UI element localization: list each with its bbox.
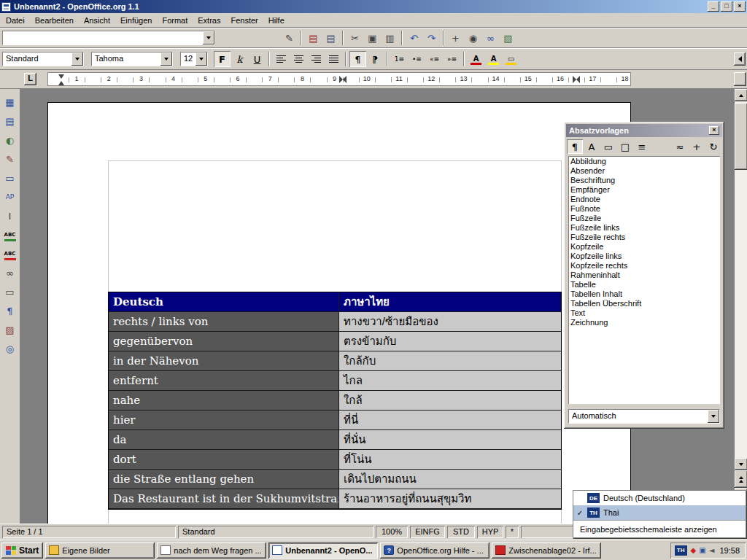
style-item[interactable]: Text <box>568 308 720 318</box>
insert-frame-icon[interactable]: ▭ <box>1 283 19 300</box>
scrollbar-thumb[interactable] <box>735 103 747 170</box>
stylist-titlebar[interactable]: Absatzvorlagen × <box>566 124 722 137</box>
status-zoom[interactable]: 100% <box>376 526 408 538</box>
insert-objects-icon[interactable]: ◐ <box>1 131 19 149</box>
nonprinting-characters-icon[interactable]: ¶ <box>1 302 19 319</box>
style-item[interactable]: Abbildung <box>568 157 720 166</box>
toolbar-scroll-left-button[interactable] <box>734 52 746 66</box>
taskbar-task[interactable]: Zwischenablage02 - Irf... <box>492 542 601 559</box>
style-item[interactable]: Tabellen Überschrift <box>568 299 720 308</box>
table-cell-thai[interactable]: ร้านอาหารอยู่ที่ถนนสุขุมวิท <box>339 489 561 509</box>
style-item[interactable]: Tabelle <box>568 280 720 289</box>
autotext-icon[interactable]: AP <box>1 188 19 206</box>
paragraph-styles-icon[interactable]: ¶ <box>567 139 583 154</box>
font-dropdown-button[interactable] <box>160 52 172 66</box>
style-dropdown-button[interactable] <box>71 52 83 66</box>
navigator-icon[interactable]: + <box>447 30 464 46</box>
status-selection-mode[interactable]: STD <box>447 526 475 538</box>
style-item[interactable]: Fußzeile links <box>568 223 720 233</box>
insert-icon[interactable]: ▦ <box>1 93 19 111</box>
gallery-icon[interactable]: ▧ <box>500 30 516 46</box>
table-cell-thai[interactable]: ที่โน่น <box>339 450 561 470</box>
style-item[interactable]: Fußzeile <box>568 214 720 223</box>
table-cell-thai[interactable]: เดินไปตามถนน <box>339 470 561 489</box>
print-file-icon[interactable]: ▤ <box>322 30 339 46</box>
underline-button[interactable]: U <box>249 51 266 67</box>
menu-einfgen[interactable]: Einfügen <box>115 14 157 27</box>
font-color-button[interactable]: A <box>468 51 484 67</box>
language-item-de[interactable]: DEDeutsch (Deutschland) <box>573 491 746 505</box>
table-cell-thai[interactable]: ไกล <box>339 371 561 391</box>
table-cell-thai[interactable]: ใกล้ <box>339 391 561 411</box>
style-item[interactable]: Empfänger <box>568 185 720 195</box>
font-name-combo[interactable]: Tahoma <box>91 52 173 66</box>
style-item[interactable]: Kopfzeile rechts <box>568 261 720 271</box>
copy-icon[interactable]: ▣ <box>364 30 381 46</box>
table-cell-thai[interactable]: ที่นี่ <box>339 411 561 430</box>
increase-indent-button[interactable]: »≡ <box>444 51 460 67</box>
table-cell-german[interactable]: die Straße entlang gehen <box>109 470 339 489</box>
style-item[interactable]: Rahmeninhalt <box>568 271 720 280</box>
table-cell-german[interactable]: hier <box>109 411 339 430</box>
first-line-indent-marker[interactable] <box>58 74 64 79</box>
language-menu-footer-item[interactable]: Eingabegebietsschemaleiste anzeigen <box>573 520 746 537</box>
table-cell-german[interactable]: rechts / links von <box>109 312 339 332</box>
style-item[interactable]: Tabellen Inhalt <box>568 289 720 299</box>
style-item[interactable]: Absender <box>568 166 720 176</box>
tray-icon-blue[interactable]: ▣ <box>699 547 705 554</box>
online-layout-icon[interactable]: ◎ <box>1 340 19 357</box>
size-dropdown-button[interactable] <box>196 52 207 66</box>
table-column-marker[interactable] <box>339 74 347 85</box>
horizontal-ruler[interactable]: 123456789101112131415161718 <box>40 72 733 86</box>
start-button[interactable]: Start <box>1 542 43 559</box>
document-table[interactable]: Deutschภาษาไทยrechts / links vonทางขวา/ซ… <box>108 292 562 510</box>
stylist-style-list[interactable]: AbbildungAbsenderBeschriftungEmpfängerEn… <box>568 156 720 404</box>
url-dropdown-button[interactable] <box>203 31 214 44</box>
vertical-scrollbar[interactable] <box>734 89 747 524</box>
status-page[interactable]: Seite 1 / 1 <box>2 526 176 538</box>
taskbar-task[interactable]: Unbenannt2 - OpenO... <box>268 542 378 559</box>
frame-styles-icon[interactable]: ▭ <box>600 139 616 154</box>
text-direction-rtl-button[interactable]: ¶ <box>367 51 384 67</box>
taskbar-task[interactable]: ?OpenOffice.org Hilfe - ... <box>380 542 489 559</box>
cut-icon[interactable]: ✂ <box>347 30 363 46</box>
table-cell-thai[interactable]: ใกล้กับ <box>339 351 561 371</box>
table-header-german[interactable]: Deutsch <box>109 292 339 312</box>
graphics-on-off-icon[interactable]: ▨ <box>1 321 19 338</box>
table-cell-german[interactable]: gegenübervon <box>109 332 339 351</box>
left-indent-marker[interactable] <box>58 81 64 85</box>
taskbar-task[interactable]: Eigene Bilder <box>45 542 155 559</box>
url-input[interactable] <box>3 31 203 44</box>
minimize-button[interactable]: _ <box>708 1 719 12</box>
align-right-button[interactable] <box>308 51 325 67</box>
table-right-marker[interactable] <box>573 74 580 85</box>
table-header-thai[interactable]: ภาษาไทย <box>339 292 561 312</box>
spellcheck-icon[interactable]: ABC <box>1 226 19 244</box>
table-cell-german[interactable]: entfernt <box>109 371 339 391</box>
paste-icon[interactable]: ▥ <box>382 30 398 46</box>
edit-file-icon[interactable]: ✎ <box>281 30 298 46</box>
show-draw-functions-icon[interactable]: ✎ <box>1 150 19 168</box>
bold-button[interactable]: F <box>214 51 231 67</box>
insert-fields-icon[interactable]: ▤ <box>1 112 19 130</box>
table-cell-german[interactable]: nahe <box>109 391 339 411</box>
justify-button[interactable] <box>325 51 342 67</box>
character-styles-icon[interactable]: A <box>584 139 600 154</box>
decrease-indent-button[interactable]: «≡ <box>426 51 443 67</box>
tray-language-indicator[interactable]: TH <box>675 545 687 556</box>
style-item[interactable]: Beschriftung <box>568 176 720 185</box>
close-button[interactable]: × <box>734 1 746 12</box>
url-combo[interactable] <box>2 31 215 45</box>
autospellcheck-icon[interactable]: ABC <box>1 245 19 262</box>
numbering-styles-icon[interactable]: ≡ <box>634 139 650 154</box>
align-center-button[interactable] <box>290 51 307 67</box>
table-cell-german[interactable]: Das Restaurant ist in der Sukhumvitstraß… <box>109 489 339 509</box>
menu-datei[interactable]: Datei <box>1 14 30 27</box>
status-style[interactable]: Standard <box>178 526 374 538</box>
direct-cursor-icon[interactable]: I <box>1 207 19 225</box>
table-cell-thai[interactable]: ตรงข้ามกับ <box>339 332 561 351</box>
text-direction-ltr-button[interactable]: ¶ <box>349 51 366 67</box>
find-icon[interactable]: ∞ <box>1 264 19 281</box>
tab-type-selector[interactable]: L <box>24 73 36 85</box>
status-insert-mode[interactable]: EINFG <box>410 526 445 538</box>
